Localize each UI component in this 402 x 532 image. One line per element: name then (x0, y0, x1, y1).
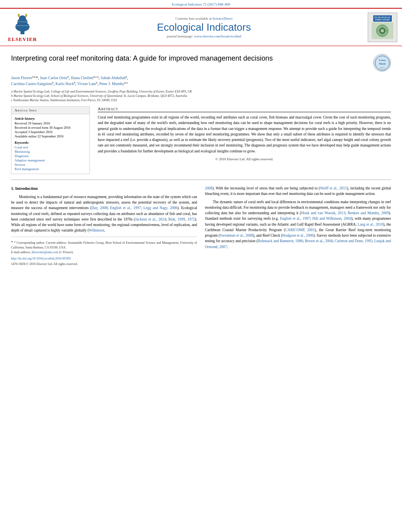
ref-brown2004[interactable]: Brown et al., 2004 (305, 239, 333, 243)
svg-text:Mark: Mark (379, 62, 385, 65)
section-divider (11, 180, 391, 180)
email-link[interactable]: jflowemet@aim.com (32, 250, 58, 254)
journal-header: ELSEVIER Contents lists available at Sci… (0, 8, 402, 46)
article-history-title: Article history: (15, 117, 86, 120)
article-title: Interpreting coral reef monitoring data:… (11, 54, 369, 63)
abstract-header: Abstract (98, 106, 391, 112)
ref-english1997b[interactable]: English et al., 1997 (280, 217, 310, 221)
ref-renken2009[interactable]: Renken and Mumby, 2009 (348, 211, 389, 215)
journal-center-info: Contents lists available at ScienceDirec… (44, 17, 364, 38)
author-castro[interactable]: Carolina Castro-Sanguino (11, 82, 52, 86)
keyword-monitoring[interactable]: Monitoring (15, 150, 86, 154)
accepted-date: Accepted 3 September 2016 (15, 130, 86, 134)
keyword-diagnostic[interactable]: Diagnostic (15, 154, 86, 158)
footnote-corresponding: * * Corresponding author. Current addres… (11, 239, 197, 250)
affiliation-c: c Smithsonian Marine Station, Smithsonia… (11, 98, 391, 102)
author-abdullah[interactable]: Sabah Abdullah (100, 76, 126, 80)
doi-line[interactable]: http://dx.doi.org/10.1016/j.ecolind.2016… (11, 256, 197, 261)
ref-wolff2015b[interactable]: Wolff et al., 2015 (320, 186, 347, 190)
homepage-url[interactable]: www.elsevier.com/locate/ecolind (194, 34, 241, 38)
crossmark-icon: Cross Mark check (375, 56, 390, 70)
main-content: Interpreting coral reef monitoring data:… (0, 46, 402, 271)
eco-logo-text: ECOLOGICALINDICATORS (373, 15, 392, 22)
author-mumby[interactable]: Peter J. Mumby (99, 82, 125, 86)
article-info-box: Article Info Article history: Received 1… (11, 106, 90, 174)
ref-day2008[interactable]: Day, 2008 (91, 206, 107, 210)
affiliations: a Marine Spatial Ecology Lab, College of… (11, 89, 391, 103)
ref-legg2006[interactable]: Legg and Nagy, 2006 (143, 206, 177, 210)
ref-sweatman2008[interactable]: Sweatman et al., 2008 (220, 234, 253, 237)
body-right-col: 2008). With the increasing level of stre… (205, 185, 391, 267)
svg-point-3 (19, 15, 26, 22)
homepage-line: journal homepage: www.elsevier.com/locat… (44, 34, 364, 38)
keyword-adaptive[interactable]: Adaptive management (15, 158, 86, 162)
author-ortiz[interactable]: Juan Carlos Ortiz (40, 76, 67, 80)
ref-houk2013[interactable]: Houk and van Woesik, 2013 (301, 211, 345, 215)
journal-ref-text: Ecological Indicators 72 (2017) 848–869 (172, 2, 230, 6)
journal-reference: Ecological Indicators 72 (2017) 848–869 (0, 0, 402, 8)
keyword-stressor[interactable]: Stressor (15, 163, 86, 167)
article-info-body: Article history: Received 19 January 201… (11, 114, 89, 174)
ref-jackson2014[interactable]: Jackson et al., 2014 (135, 217, 166, 221)
abstract-text: Coral reef monitoring programmes exist i… (98, 115, 391, 154)
body-content: 1. Introduction Monitoring is a fundamen… (11, 185, 391, 267)
author-chollett[interactable]: Iliana Chollett (71, 76, 94, 80)
author-lam[interactable]: Vivian Lam (77, 82, 96, 86)
author-flower[interactable]: Jason Flower (11, 76, 32, 80)
crossmark-logo[interactable]: Cross Mark check (373, 54, 391, 72)
intro-para-2: 2008). With the increasing level of stre… (205, 185, 391, 197)
ref-hodgson2006[interactable]: Hodgson et al., 2006 (282, 234, 313, 237)
footnotes: * * Corresponding author. Current addres… (11, 237, 197, 267)
eco-logo-image (372, 22, 393, 39)
ref-wilkinson2008[interactable]: Wilkinson, (89, 228, 105, 232)
received-date: Received 19 January 2016 (15, 121, 86, 125)
abstract-section: Abstract Coral reef monitoring programme… (98, 106, 391, 174)
ref-carleton1995[interactable]: Carleton and Done, 1995 (335, 239, 372, 243)
elsevier-tree-icon (7, 12, 38, 35)
copyright-line: © 2016 Elsevier Ltd. All rights reserved… (98, 157, 391, 161)
ref-english1997[interactable]: English et al., 1997 (110, 206, 141, 210)
affiliation-a: a Marine Spatial Ecology Lab, College of… (11, 89, 391, 94)
info-abstract-section: Article Info Article history: Received 1… (11, 106, 391, 174)
article-title-section: Interpreting coral reef monitoring data:… (11, 54, 391, 72)
intro-para-3: The dynamic nature of coral reefs and lo… (205, 199, 391, 250)
svg-text:check: check (380, 67, 384, 69)
ref-bohnsack1986[interactable]: Bohnsack and Bannerot, 1986 (258, 239, 303, 243)
elsevier-logo: ELSEVIER (5, 12, 40, 43)
intro-title: 1. Introduction (11, 185, 197, 192)
keyword-reef-mgmt[interactable]: Reef management (15, 167, 86, 171)
footnote-email: E-mail address: jflowemet@aim.com (J. Fl… (11, 250, 197, 255)
sciencedirect-link[interactable]: ScienceDirect (213, 17, 233, 20)
ref-risk1999[interactable]: Risk, 1999, 1972 (168, 217, 195, 221)
ref-wolff2015[interactable]: 2008 (205, 186, 212, 190)
ref-caricomp[interactable]: CARICOMP, 2001 (285, 228, 315, 232)
author-hock[interactable]: Karlo Hock (56, 82, 74, 86)
affiliation-b: b Marine Spatial Ecology Lab, School of … (11, 94, 391, 98)
body-left-col: 1. Introduction Monitoring is a fundamen… (11, 185, 197, 267)
authors-line: Jason Flowera,b,*, Juan Carlos Ortizb, I… (11, 75, 391, 87)
keyword-coral-reef[interactable]: Coral reef (15, 145, 86, 149)
available-date: Available online 22 September 2016 (15, 134, 86, 138)
keywords-title: Keywords: (15, 141, 86, 145)
ecological-indicators-logo: ECOLOGICALINDICATORS (368, 13, 397, 42)
ref-hill2004[interactable]: Hill and Wilkinson, 2004 (313, 217, 352, 221)
journal-title: Ecological Indicators (44, 21, 364, 33)
svg-rect-5 (25, 14, 27, 17)
svg-text:Cross: Cross (379, 59, 385, 62)
elsevier-brand: ELSEVIER (8, 36, 37, 43)
intro-para-1: Monitoring is a fundamental part of reso… (11, 194, 197, 234)
received-revised-date: Received in revised form 30 August 2016 (15, 126, 86, 130)
rights-line: 1470-160X/© 2016 Elsevier Ltd. All right… (11, 262, 197, 267)
article-info-header: Article Info (11, 107, 89, 114)
svg-rect-4 (18, 14, 20, 17)
ref-lang2010[interactable]: Lang et al., 2010 (357, 222, 383, 226)
contents-line: Contents lists available at ScienceDirec… (44, 17, 364, 20)
